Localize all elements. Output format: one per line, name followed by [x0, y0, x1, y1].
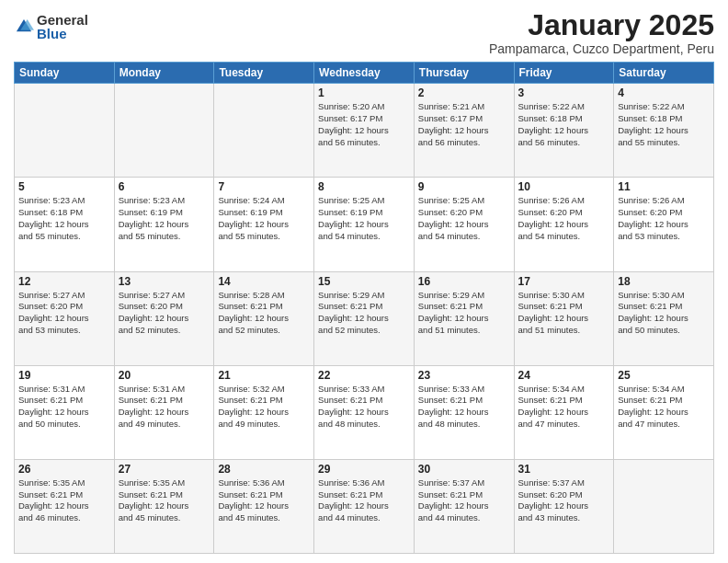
day-info: Sunrise: 5:30 AM Sunset: 6:21 PM Dayligh… — [618, 290, 710, 337]
weekday-header: Sunday — [15, 63, 115, 84]
day-number: 3 — [518, 86, 610, 99]
calendar-cell: 16Sunrise: 5:29 AM Sunset: 6:21 PM Dayli… — [414, 271, 514, 365]
day-number: 28 — [218, 463, 310, 476]
day-number: 7 — [218, 180, 310, 193]
day-number: 2 — [418, 86, 510, 99]
calendar-cell: 21Sunrise: 5:32 AM Sunset: 6:21 PM Dayli… — [214, 365, 314, 459]
calendar-cell: 25Sunrise: 5:34 AM Sunset: 6:21 PM Dayli… — [614, 365, 714, 459]
calendar-cell: 9Sunrise: 5:25 AM Sunset: 6:20 PM Daylig… — [414, 178, 514, 271]
day-info: Sunrise: 5:31 AM Sunset: 6:21 PM Dayligh… — [18, 384, 110, 431]
day-number: 13 — [119, 275, 210, 288]
day-info: Sunrise: 5:33 AM Sunset: 6:21 PM Dayligh… — [318, 384, 410, 431]
calendar-week-row: 19Sunrise: 5:31 AM Sunset: 6:21 PM Dayli… — [15, 365, 714, 459]
calendar-cell: 19Sunrise: 5:31 AM Sunset: 6:21 PM Dayli… — [15, 365, 115, 459]
weekday-header: Tuesday — [214, 63, 314, 84]
calendar-cell — [15, 84, 115, 178]
weekday-header: Wednesday — [314, 63, 415, 84]
weekday-header: Monday — [114, 63, 214, 84]
calendar-cell: 17Sunrise: 5:30 AM Sunset: 6:21 PM Dayli… — [514, 271, 614, 365]
page: General Blue January 2025 Pampamarca, Cu… — [0, 0, 728, 563]
day-number: 17 — [518, 275, 610, 288]
day-number: 12 — [18, 275, 110, 288]
calendar-cell: 24Sunrise: 5:34 AM Sunset: 6:21 PM Dayli… — [514, 365, 614, 459]
day-number: 29 — [318, 463, 410, 476]
calendar-week-row: 5Sunrise: 5:23 AM Sunset: 6:18 PM Daylig… — [15, 178, 714, 271]
day-info: Sunrise: 5:26 AM Sunset: 6:20 PM Dayligh… — [518, 195, 610, 242]
logo-blue: Blue — [37, 27, 88, 40]
day-info: Sunrise: 5:23 AM Sunset: 6:18 PM Dayligh… — [18, 195, 110, 242]
day-number: 14 — [218, 275, 310, 288]
day-info: Sunrise: 5:22 AM Sunset: 6:18 PM Dayligh… — [618, 101, 710, 148]
day-number: 21 — [218, 369, 310, 382]
day-number: 6 — [119, 180, 210, 193]
day-info: Sunrise: 5:33 AM Sunset: 6:21 PM Dayligh… — [418, 384, 510, 431]
day-number: 15 — [318, 275, 410, 288]
calendar-cell: 7Sunrise: 5:24 AM Sunset: 6:19 PM Daylig… — [214, 178, 314, 271]
header: General Blue January 2025 Pampamarca, Cu… — [14, 9, 714, 56]
day-info: Sunrise: 5:31 AM Sunset: 6:21 PM Dayligh… — [119, 384, 210, 431]
calendar-cell — [214, 84, 314, 178]
calendar-cell: 4Sunrise: 5:22 AM Sunset: 6:18 PM Daylig… — [614, 84, 714, 178]
calendar-cell: 22Sunrise: 5:33 AM Sunset: 6:21 PM Dayli… — [314, 365, 415, 459]
calendar-cell: 2Sunrise: 5:21 AM Sunset: 6:17 PM Daylig… — [414, 84, 514, 178]
calendar-cell: 13Sunrise: 5:27 AM Sunset: 6:20 PM Dayli… — [114, 271, 214, 365]
calendar-cell: 27Sunrise: 5:35 AM Sunset: 6:21 PM Dayli… — [114, 459, 214, 553]
day-number: 27 — [119, 463, 210, 476]
calendar-cell: 12Sunrise: 5:27 AM Sunset: 6:20 PM Dayli… — [15, 271, 115, 365]
calendar-cell: 8Sunrise: 5:25 AM Sunset: 6:19 PM Daylig… — [314, 178, 415, 271]
day-number: 16 — [418, 275, 510, 288]
day-number: 23 — [418, 369, 510, 382]
day-info: Sunrise: 5:37 AM Sunset: 6:21 PM Dayligh… — [418, 477, 510, 524]
day-info: Sunrise: 5:29 AM Sunset: 6:21 PM Dayligh… — [418, 290, 510, 337]
day-number: 10 — [518, 180, 610, 193]
day-number: 1 — [318, 86, 410, 99]
calendar-cell: 26Sunrise: 5:35 AM Sunset: 6:21 PM Dayli… — [15, 459, 115, 553]
calendar-cell: 5Sunrise: 5:23 AM Sunset: 6:18 PM Daylig… — [15, 178, 115, 271]
day-info: Sunrise: 5:27 AM Sunset: 6:20 PM Dayligh… — [18, 290, 110, 337]
calendar-cell: 18Sunrise: 5:30 AM Sunset: 6:21 PM Dayli… — [614, 271, 714, 365]
weekday-header: Thursday — [414, 63, 514, 84]
logo: General Blue — [14, 13, 88, 40]
calendar-cell: 31Sunrise: 5:37 AM Sunset: 6:20 PM Dayli… — [514, 459, 614, 553]
day-number: 9 — [418, 180, 510, 193]
calendar-cell: 6Sunrise: 5:23 AM Sunset: 6:19 PM Daylig… — [114, 178, 214, 271]
day-info: Sunrise: 5:25 AM Sunset: 6:19 PM Dayligh… — [318, 195, 410, 242]
calendar-cell: 28Sunrise: 5:36 AM Sunset: 6:21 PM Dayli… — [214, 459, 314, 553]
day-number: 24 — [518, 369, 610, 382]
calendar-week-row: 12Sunrise: 5:27 AM Sunset: 6:20 PM Dayli… — [15, 271, 714, 365]
calendar-week-row: 26Sunrise: 5:35 AM Sunset: 6:21 PM Dayli… — [15, 459, 714, 553]
day-number: 30 — [418, 463, 510, 476]
day-number: 20 — [119, 369, 210, 382]
day-number: 4 — [618, 86, 710, 99]
day-info: Sunrise: 5:36 AM Sunset: 6:21 PM Dayligh… — [318, 477, 410, 524]
day-number: 8 — [318, 180, 410, 193]
weekday-header: Saturday — [614, 63, 714, 84]
day-info: Sunrise: 5:37 AM Sunset: 6:20 PM Dayligh… — [518, 477, 610, 524]
day-info: Sunrise: 5:35 AM Sunset: 6:21 PM Dayligh… — [119, 477, 210, 524]
day-info: Sunrise: 5:21 AM Sunset: 6:17 PM Dayligh… — [418, 101, 510, 148]
logo-general: General — [37, 13, 88, 27]
weekday-header-row: SundayMondayTuesdayWednesdayThursdayFrid… — [15, 63, 714, 84]
calendar-cell: 3Sunrise: 5:22 AM Sunset: 6:18 PM Daylig… — [514, 84, 614, 178]
weekday-header: Friday — [514, 63, 614, 84]
title-block: January 2025 Pampamarca, Cuzco Departmen… — [489, 9, 714, 56]
calendar-cell — [614, 459, 714, 553]
day-number: 25 — [618, 369, 710, 382]
day-info: Sunrise: 5:32 AM Sunset: 6:21 PM Dayligh… — [218, 384, 310, 431]
day-info: Sunrise: 5:23 AM Sunset: 6:19 PM Dayligh… — [119, 195, 210, 242]
day-info: Sunrise: 5:22 AM Sunset: 6:18 PM Dayligh… — [518, 101, 610, 148]
day-info: Sunrise: 5:28 AM Sunset: 6:21 PM Dayligh… — [218, 290, 310, 337]
day-info: Sunrise: 5:26 AM Sunset: 6:20 PM Dayligh… — [618, 195, 710, 242]
day-info: Sunrise: 5:25 AM Sunset: 6:20 PM Dayligh… — [418, 195, 510, 242]
day-number: 11 — [618, 180, 710, 193]
calendar-cell: 15Sunrise: 5:29 AM Sunset: 6:21 PM Dayli… — [314, 271, 415, 365]
calendar-cell: 11Sunrise: 5:26 AM Sunset: 6:20 PM Dayli… — [614, 178, 714, 271]
calendar-cell: 14Sunrise: 5:28 AM Sunset: 6:21 PM Dayli… — [214, 271, 314, 365]
day-number: 26 — [18, 463, 110, 476]
calendar-cell: 10Sunrise: 5:26 AM Sunset: 6:20 PM Dayli… — [514, 178, 614, 271]
day-info: Sunrise: 5:34 AM Sunset: 6:21 PM Dayligh… — [618, 384, 710, 431]
day-info: Sunrise: 5:34 AM Sunset: 6:21 PM Dayligh… — [518, 384, 610, 431]
calendar-cell: 29Sunrise: 5:36 AM Sunset: 6:21 PM Dayli… — [314, 459, 415, 553]
day-info: Sunrise: 5:30 AM Sunset: 6:21 PM Dayligh… — [518, 290, 610, 337]
main-title: January 2025 — [489, 9, 714, 41]
